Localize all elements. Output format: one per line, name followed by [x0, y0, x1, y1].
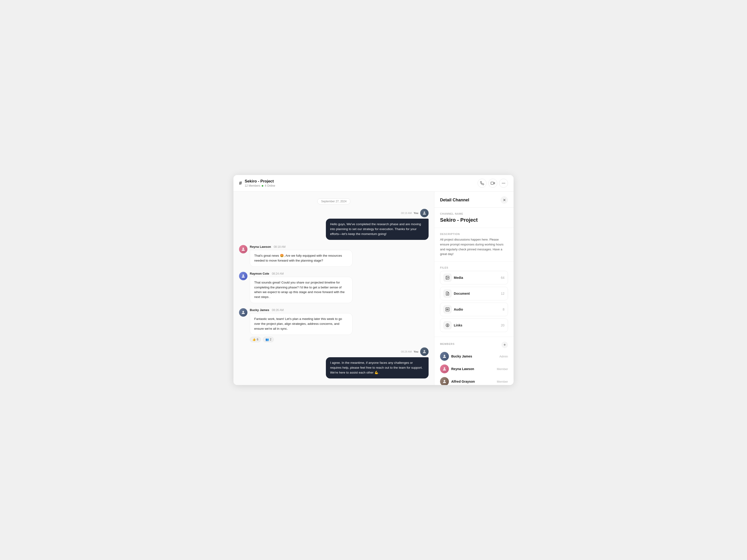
avatar-raymon [239, 272, 248, 280]
message-received-reyna: Reyna Lawson 08:18 AM That's great news … [239, 245, 429, 267]
file-item-media[interactable]: Media 64 [440, 271, 508, 285]
avatar-you-1 [420, 209, 429, 217]
links-name: Links [454, 323, 462, 327]
svg-point-20 [447, 325, 448, 326]
date-divider: September 27, 2024 [239, 199, 429, 203]
more-icon [501, 181, 506, 185]
msg-content-bucky: Bucky James 08:26 AM Fantastic work, tea… [250, 308, 353, 342]
avatar-bucky [239, 308, 248, 317]
bubble-sent-1: Hello guys, We've completed the research… [326, 219, 429, 240]
hash-icon: # [239, 180, 242, 186]
online-count: 4 Online [265, 184, 275, 187]
members-count: 12 Members [244, 184, 260, 187]
member-role-alfred: Member [497, 380, 508, 383]
reaction-thumbs-up[interactable]: 👍 6 [250, 337, 261, 342]
msg-meta-raymon: Raymon Cole 08:24 AM [250, 272, 353, 275]
channel-meta: 12 Members 4 Online [244, 184, 275, 187]
reaction-group[interactable]: 👥 2 [263, 337, 274, 342]
svg-point-9 [424, 350, 425, 352]
audio-name: Audio [454, 308, 463, 311]
member-role-bucky: Admin [499, 355, 508, 358]
document-icon [443, 290, 452, 297]
avatar-member-bucky [440, 352, 449, 361]
member-name-alfred: Alfred Grayson [451, 380, 475, 383]
avatar-you-2 [420, 347, 429, 356]
member-left-bucky: Bucky James [440, 352, 472, 361]
svg-point-23 [444, 380, 445, 382]
svg-point-3 [503, 183, 504, 184]
file-item-audio[interactable]: Audio 8 [440, 303, 508, 316]
svg-point-11 [446, 277, 447, 277]
svg-point-21 [444, 355, 445, 356]
chat-header: # Sekiro - Project 12 Members 4 Online [233, 175, 514, 192]
audio-count: 8 [503, 308, 505, 311]
files-label: FILES [440, 266, 508, 269]
svg-point-7 [242, 274, 244, 276]
message-sent-2: 08:28 AM You I agree. In the meantime, i… [239, 347, 429, 378]
member-bucky: Bucky James Admin [440, 352, 508, 361]
you-label-1: You [414, 212, 418, 214]
description-text: All project discussions happen here. Ple… [440, 237, 508, 257]
file-left-links: Links [443, 321, 462, 329]
sender-reyna: Reyna Lawson [250, 245, 271, 248]
msg-content-raymon: Raymon Cole 08:24 AM That sounds great! … [250, 272, 353, 303]
chat-area: September 27, 2024 08:16 AM You Hello gu… [233, 192, 434, 385]
messages-container[interactable]: September 27, 2024 08:16 AM You Hello gu… [233, 192, 434, 385]
description-label: DESCRIPTION [440, 233, 508, 235]
bubble-bucky: Fantastic work, team! Let's plan a meeti… [250, 313, 353, 335]
member-alfred: Alfred Grayson Member [440, 377, 508, 385]
detail-header: Detail Channel ✕ [434, 192, 514, 208]
media-icon [443, 274, 452, 282]
member-role-reyna: Member [497, 367, 508, 371]
svg-point-8 [242, 311, 244, 313]
channel-title: Sekiro - Project [244, 179, 275, 184]
member-left-reyna: Reyna Lawson [440, 365, 474, 373]
msg-meta-reyna: Reyna Lawson 08:18 AM [250, 245, 353, 248]
sent-meta-1: 08:16 AM You [401, 209, 429, 217]
file-left-document: Document [443, 290, 470, 297]
member-reyna: Reyna Lawson Member [440, 365, 508, 373]
members-label: MEMBERS [440, 343, 455, 345]
sent-meta-2: 08:28 AM You [401, 347, 429, 356]
svg-rect-1 [491, 182, 493, 185]
svg-point-6 [242, 247, 244, 249]
detail-panel: Detail Channel ✕ CHANNEL NAME Sekiro - P… [434, 192, 514, 385]
call-button[interactable] [478, 179, 487, 188]
time-raymon: 08:24 AM [272, 272, 284, 275]
bubble-raymon: That sounds great! Could you share our p… [250, 277, 353, 303]
document-name: Document [454, 292, 470, 295]
video-button[interactable] [488, 179, 497, 188]
audio-icon [443, 305, 452, 313]
avatar-reyna [239, 245, 248, 254]
file-item-document[interactable]: Document 12 [440, 287, 508, 300]
channel-name-detail: Sekiro - Project [440, 217, 508, 223]
detail-panel-title: Detail Channel [440, 197, 469, 203]
channel-info: Sekiro - Project 12 Members 4 Online [244, 179, 275, 187]
bubble-reyna: That's great news 🤩, Are we fully equipp… [250, 250, 353, 267]
member-name-reyna: Reyna Lawson [451, 367, 474, 371]
close-detail-button[interactable]: ✕ [500, 196, 508, 204]
svg-point-2 [502, 183, 503, 184]
channel-name-label: CHANNEL NAME [440, 212, 508, 215]
header-left: # Sekiro - Project 12 Members 4 Online [239, 179, 275, 187]
time-bucky: 08:26 AM [272, 309, 284, 312]
avatar-member-reyna [440, 365, 449, 373]
member-left-alfred: Alfred Grayson [440, 377, 475, 385]
svg-point-22 [444, 368, 445, 369]
add-member-button[interactable]: + [501, 342, 508, 348]
file-item-links[interactable]: Links 20 [440, 319, 508, 332]
media-count: 64 [501, 276, 505, 279]
bubble-sent-2: I agree. In the meantime, if anyone face… [326, 357, 429, 378]
message-received-bucky: Bucky James 08:26 AM Fantastic work, tea… [239, 308, 429, 342]
file-left-audio: Audio [443, 305, 463, 313]
more-button[interactable] [499, 179, 508, 188]
phone-icon [480, 181, 484, 185]
svg-point-4 [505, 183, 505, 184]
message-received-raymon: Raymon Cole 08:24 AM That sounds great! … [239, 272, 429, 303]
reactions-bucky: 👍 6 👥 2 [250, 337, 353, 342]
file-left-media: Media [443, 274, 463, 282]
time-reyna: 08:18 AM [274, 245, 285, 248]
svg-marker-0 [493, 182, 495, 184]
links-icon [443, 321, 452, 329]
members-section: MEMBERS + Bucky James Admin [434, 337, 514, 385]
